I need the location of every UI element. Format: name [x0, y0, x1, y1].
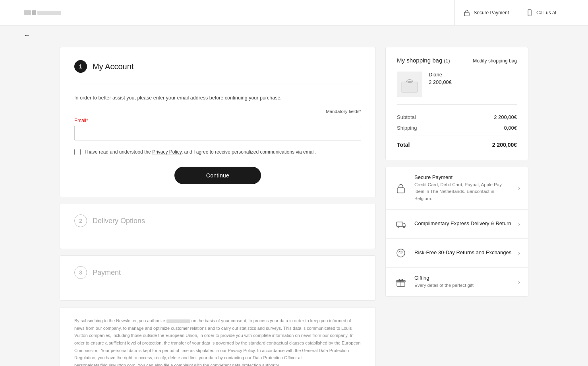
continue-button[interactable]: Continue [174, 167, 261, 184]
delivery-icon [394, 217, 408, 231]
logo-rect-1 [24, 10, 31, 15]
svg-rect-7 [397, 222, 403, 226]
call-us-label: Call us at [536, 10, 556, 16]
delivery-info[interactable]: Complimentary Express Delivery & Return … [386, 210, 528, 239]
logo [24, 10, 61, 15]
gifting-title: Gifting [414, 275, 512, 281]
phone-icon [525, 8, 534, 17]
svg-rect-0 [464, 12, 469, 16]
total-value: 2 200,00€ [492, 142, 517, 148]
svg-rect-5 [403, 86, 416, 86]
shopping-bag-card: My shopping bag (1) // Inline populate b… [385, 47, 528, 160]
product-name: Diane [429, 72, 452, 78]
back-button[interactable]: ← [24, 32, 30, 39]
subtotal-label: Subtotal [397, 114, 416, 120]
shipping-value: 0,00€ [504, 125, 517, 131]
bag-count: (1) [444, 58, 450, 64]
main-content: 1 My Account In order to better assist y… [36, 39, 552, 366]
total-row: Total 2 200,00€ [397, 136, 517, 150]
svg-rect-3 [402, 82, 418, 92]
bag-title: My shopping bag [397, 57, 442, 64]
svg-point-8 [398, 226, 399, 228]
product-price: 2 200,00€ [429, 79, 452, 85]
header-right: Secure Payment Call us at [454, 0, 564, 25]
returns-text: Risk-Free 30-Day Returns and Exchanges [414, 249, 512, 257]
returns-info[interactable]: Risk-Free 30-Day Returns and Exchanges › [386, 239, 528, 268]
email-field-group: Email* [74, 118, 361, 140]
footer-legal-card: By subscribing to the Newsletter, you au… [60, 307, 376, 366]
total-label: Total [397, 142, 410, 148]
subtotal-value: 2 200,00€ [494, 114, 517, 120]
svg-rect-4 [408, 81, 412, 83]
logo-rect-2 [32, 10, 36, 15]
secure-payment-chevron: › [518, 185, 520, 191]
bag-header: My shopping bag (1) // Inline populate b… [397, 57, 517, 64]
delivery-text: Complimentary Express Delivery & Return [414, 220, 512, 228]
right-column: My shopping bag (1) // Inline populate b… [385, 47, 528, 366]
step1-divider [74, 84, 361, 84]
gifting-subtitle: Every detail of the perfect gift [414, 282, 512, 289]
product-image [397, 72, 422, 97]
step2-circle: 2 [74, 214, 87, 227]
gift-icon [395, 276, 406, 288]
returns-chevron: › [518, 250, 520, 256]
gifting-text: Gifting Every detail of the perfect gift [414, 275, 512, 289]
header: Secure Payment Call us at [0, 0, 588, 25]
footer-legal-text: By subscribing to the Newsletter, you au… [74, 317, 361, 366]
step1-title: My Account [93, 62, 133, 71]
call-us-header: Call us at [517, 0, 564, 25]
step1-description: In order to better assist you, please en… [74, 94, 361, 102]
secure-payment-label: Secure Payment [474, 10, 509, 16]
secure-payment-text: Secure Payment Credit Card, Debit Card, … [414, 174, 512, 202]
modify-bag-link[interactable]: Modify shopping bag [473, 58, 517, 64]
logo-text-block [37, 11, 61, 15]
step3-card: 3 Payment [60, 255, 376, 301]
subtotal-row: Subtotal 2 200,00€ [397, 112, 517, 123]
lock-card-icon [395, 183, 406, 194]
lock-icon [462, 8, 471, 17]
svg-point-9 [403, 226, 405, 228]
mandatory-fields-row: Mandatory fields* [74, 109, 361, 114]
email-input[interactable] [74, 126, 361, 140]
secure-payment-header: Secure Payment [454, 0, 517, 25]
delivery-chevron: › [518, 221, 520, 227]
back-row: ← [0, 25, 588, 39]
truck-icon [395, 218, 406, 230]
secure-payment-subtitle: Credit Card, Debit Card, Paypal, Apple P… [414, 181, 512, 202]
step2-title: Delivery Options [93, 217, 145, 225]
step1-header: 1 My Account [74, 60, 361, 73]
returns-title: Risk-Free 30-Day Returns and Exchanges [414, 249, 512, 255]
gifting-info[interactable]: Gifting Every detail of the perfect gift… [386, 268, 528, 296]
delivery-title: Complimentary Express Delivery & Return [414, 220, 512, 226]
step3-header: 3 Payment [74, 266, 361, 279]
step1-card: 1 My Account In order to better assist y… [60, 47, 376, 197]
privacy-label: I have read and understood the Privacy P… [85, 148, 316, 156]
logo-icon [24, 10, 61, 15]
secure-payment-info[interactable]: Secure Payment Credit Card, Debit Card, … [386, 167, 528, 210]
return-icon [395, 247, 406, 259]
shipping-row: Shipping 0,00€ [397, 123, 517, 133]
privacy-policy-link[interactable]: Privacy Policy [152, 149, 182, 155]
privacy-checkbox-row: I have read and understood the Privacy P… [74, 148, 361, 156]
step2-header: 2 Delivery Options [74, 214, 361, 227]
gifting-icon [394, 275, 408, 289]
secure-payment-icon [394, 181, 408, 195]
svg-point-2 [529, 14, 530, 15]
product-row: Diane 2 200,00€ [397, 72, 517, 105]
bag-title-group: My shopping bag (1) // Inline populate b… [397, 57, 450, 64]
info-cards: Secure Payment Credit Card, Debit Card, … [385, 167, 528, 297]
privacy-checkbox[interactable] [74, 149, 81, 155]
shipping-label: Shipping [397, 125, 417, 131]
continue-button-row: Continue [74, 167, 361, 184]
step2-card: 2 Delivery Options [60, 204, 376, 249]
product-image-svg [400, 75, 419, 94]
svg-rect-6 [397, 188, 404, 193]
mandatory-fields-label: Mandatory fields* [326, 109, 361, 114]
returns-icon [394, 246, 408, 260]
step3-circle: 3 [74, 266, 87, 279]
product-info: Diane 2 200,00€ [429, 72, 452, 85]
secure-payment-title: Secure Payment [414, 174, 512, 180]
gifting-chevron: › [518, 279, 520, 285]
step1-circle: 1 [74, 60, 87, 73]
step3-title: Payment [93, 269, 121, 277]
